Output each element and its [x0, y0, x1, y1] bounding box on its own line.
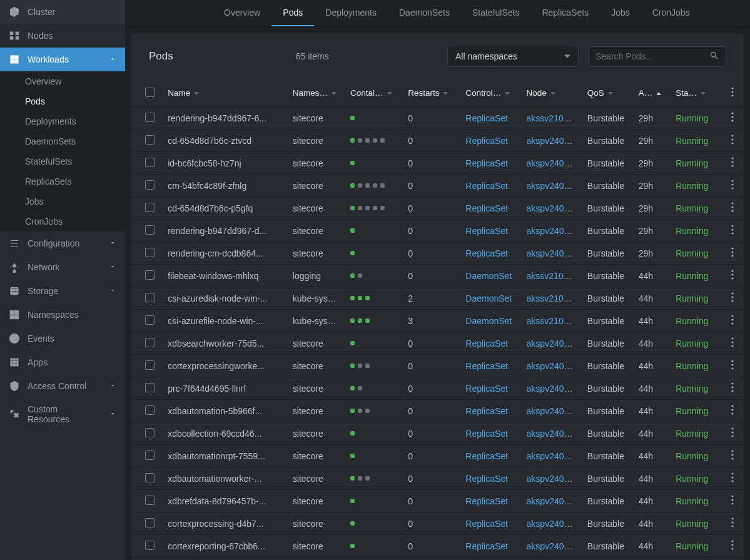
table-row[interactable]: cd-654d8d7b6c-p5gfqsitecore0ReplicaSetak… — [131, 197, 744, 220]
column-header-containers[interactable]: Contai… — [344, 79, 402, 107]
table-row[interactable]: cm-54bfc4c89f-zfnlgsitecore0ReplicaSetak… — [131, 175, 744, 197]
table-row[interactable]: id-bc6fcbc58-hz7njsitecore0ReplicaSetaks… — [131, 152, 744, 175]
row-checkbox[interactable] — [145, 293, 155, 302]
sidebar-item-nodes[interactable]: Nodes — [0, 24, 125, 48]
tab-overview[interactable]: Overview — [213, 0, 271, 26]
sidebar-subitem-statefulsets[interactable]: StatefulSets — [0, 151, 125, 171]
row-checkbox[interactable] — [145, 518, 155, 527]
table-row[interactable]: filebeat-windows-mhlxqlogging0DaemonSeta… — [131, 265, 744, 287]
sidebar-item-apps[interactable]: Apps — [0, 350, 125, 374]
row-checkbox[interactable] — [145, 203, 155, 212]
sidebar-item-cluster[interactable]: Cluster — [0, 0, 125, 24]
sidebar-item-workloads[interactable]: Workloads — [0, 48, 125, 71]
table-row[interactable]: csi-azurefile-node-win-...kube-syste…3Da… — [131, 310, 744, 332]
controlled-by-link[interactable]: ReplicaSet — [465, 181, 508, 191]
controlled-by-link[interactable]: DaemonSet — [465, 271, 512, 281]
table-row[interactable]: xdbautomation-5b966f...sitecore0ReplicaS… — [131, 400, 744, 422]
row-checkbox[interactable] — [145, 225, 155, 235]
row-menu-button[interactable] — [731, 517, 734, 529]
table-row[interactable]: cortexreporting-67cbb6...sitecore0Replic… — [131, 535, 744, 557]
controlled-by-link[interactable]: ReplicaSet — [465, 248, 508, 258]
row-checkbox[interactable] — [145, 383, 155, 392]
node-link[interactable]: akspv240000 — [527, 384, 579, 394]
table-row[interactable]: cortexprocessingworke...sitecore0Replica… — [131, 355, 744, 377]
node-link[interactable]: akspv240000 — [527, 181, 579, 191]
row-menu-button[interactable] — [731, 450, 734, 462]
row-menu-button[interactable] — [731, 112, 734, 124]
sidebar-item-events[interactable]: Events — [0, 327, 125, 350]
row-checkbox[interactable] — [145, 428, 155, 437]
row-checkbox[interactable] — [145, 338, 155, 347]
row-menu-button[interactable] — [731, 135, 734, 146]
controlled-by-link[interactable]: ReplicaSet — [465, 158, 508, 168]
node-link[interactable]: akspv240000 — [527, 339, 579, 349]
node-link[interactable]: akssv210000 — [527, 316, 579, 326]
table-row[interactable]: xdbsearchworker-75d5...sitecore0ReplicaS… — [131, 332, 744, 355]
column-header-namespace[interactable]: Names… — [286, 79, 344, 107]
sidebar-subitem-cronjobs[interactable]: CronJobs — [0, 211, 125, 232]
controlled-by-link[interactable]: ReplicaSet — [465, 203, 508, 213]
select-all-checkbox[interactable] — [145, 88, 155, 97]
tab-deployments[interactable]: Deployments — [314, 0, 388, 26]
column-header-age[interactable]: A… — [632, 79, 669, 107]
row-menu-button[interactable] — [731, 157, 734, 169]
controlled-by-link[interactable]: ReplicaSet — [465, 339, 508, 349]
node-link[interactable]: akspv240000 — [527, 158, 579, 168]
row-menu-button[interactable] — [731, 270, 734, 282]
column-header-node[interactable]: Node — [520, 79, 581, 107]
controlled-by-link[interactable]: DaemonSet — [465, 316, 512, 326]
row-menu-button[interactable] — [731, 540, 734, 552]
row-menu-button[interactable] — [731, 202, 734, 214]
controlled-by-link[interactable]: ReplicaSet — [465, 496, 508, 506]
row-checkbox[interactable] — [145, 360, 155, 370]
row-menu-button[interactable] — [731, 382, 734, 394]
row-checkbox[interactable] — [145, 113, 155, 122]
node-link[interactable]: akspv240000 — [527, 451, 579, 461]
row-checkbox[interactable] — [145, 270, 155, 280]
controlled-by-link[interactable]: ReplicaSet — [465, 519, 508, 529]
node-link[interactable]: akssv210000 — [527, 271, 579, 281]
tab-cronjobs[interactable]: CronJobs — [641, 0, 701, 26]
row-menu-button[interactable] — [731, 180, 734, 191]
controlled-by-link[interactable]: ReplicaSet — [465, 474, 508, 484]
sidebar-item-network[interactable]: Network — [0, 255, 125, 279]
controlled-by-link[interactable]: ReplicaSet — [465, 113, 508, 123]
controlled-by-link[interactable]: ReplicaSet — [465, 136, 508, 146]
search-input[interactable] — [595, 51, 709, 61]
sidebar-item-access[interactable]: Access Control — [0, 374, 125, 398]
table-row[interactable]: rendering-cm-dcdb864...sitecore0ReplicaS… — [131, 242, 744, 265]
sidebar-subitem-overview[interactable]: Overview — [0, 71, 125, 91]
row-checkbox[interactable] — [145, 158, 155, 167]
controlled-by-link[interactable]: ReplicaSet — [465, 429, 508, 439]
row-menu-button[interactable] — [731, 337, 734, 349]
sidebar-subitem-jobs[interactable]: Jobs — [0, 191, 125, 211]
controlled-by-link[interactable]: ReplicaSet — [465, 451, 508, 461]
controlled-by-link[interactable]: ReplicaSet — [465, 406, 508, 416]
table-row[interactable]: rendering-b947dd967-6...sitecore0Replica… — [131, 107, 744, 130]
row-menu-button[interactable] — [731, 247, 734, 259]
tab-daemonsets[interactable]: DaemonSets — [388, 0, 461, 26]
table-row[interactable]: xdbautomationrpt-7559...sitecore0Replica… — [131, 445, 744, 467]
row-menu-button[interactable] — [731, 472, 734, 484]
node-link[interactable]: akspv240000 — [527, 541, 579, 551]
node-link[interactable]: akspv240000 — [527, 496, 579, 506]
row-menu-button[interactable] — [731, 360, 734, 372]
table-row[interactable]: cortexprocessing-d4b7...sitecore0Replica… — [131, 512, 744, 535]
column-header-controlled[interactable]: Control… — [459, 79, 520, 107]
column-header-status[interactable]: Sta… — [669, 79, 721, 107]
row-menu-button[interactable] — [731, 315, 734, 327]
node-link[interactable]: akspv240000 — [527, 519, 579, 529]
row-checkbox[interactable] — [145, 496, 155, 505]
column-header-qos[interactable]: QoS — [581, 79, 632, 107]
table-row[interactable]: rendering-b947dd967-d...sitecore0Replica… — [131, 220, 744, 242]
table-row[interactable]: xdbcollection-69ccd46...sitecore0Replica… — [131, 422, 744, 445]
row-checkbox[interactable] — [145, 248, 155, 257]
row-checkbox[interactable] — [145, 541, 155, 550]
node-link[interactable]: akssv210000 — [527, 293, 579, 303]
column-header-restarts[interactable]: Restarts — [402, 79, 459, 107]
table-row[interactable]: csi-azuredisk-node-win-...kube-syste…2Da… — [131, 287, 744, 310]
sidebar-item-storage[interactable]: Storage — [0, 279, 125, 303]
columns-menu-button[interactable] — [731, 87, 734, 99]
row-menu-button[interactable] — [731, 495, 734, 507]
node-link[interactable]: akspv240000 — [527, 406, 579, 416]
